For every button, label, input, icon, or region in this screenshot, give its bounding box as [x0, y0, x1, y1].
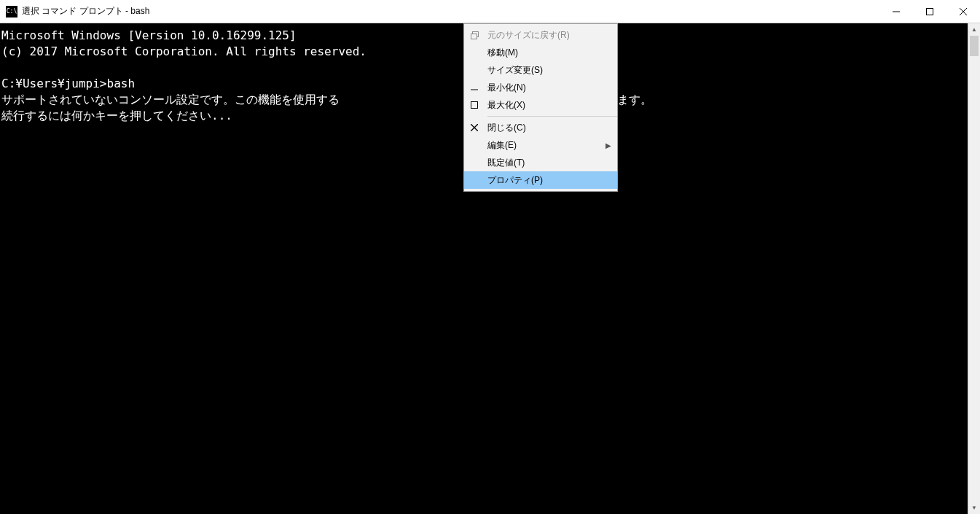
menu-edit[interactable]: 編集(E) ▶ — [464, 136, 617, 154]
vertical-scrollbar[interactable]: ▲ ▼ — [968, 23, 980, 514]
menu-separator — [487, 116, 617, 117]
menu-close[interactable]: 閉じる(C) — [464, 119, 617, 136]
close-icon — [470, 123, 479, 132]
scroll-track[interactable] — [968, 36, 980, 502]
menu-move[interactable]: 移動(M) — [464, 44, 617, 61]
minimize-button[interactable] — [879, 0, 913, 23]
menu-label: サイズ変更(S) — [487, 64, 543, 77]
menu-size[interactable]: サイズ変更(S) — [464, 61, 617, 79]
system-menu: 元のサイズに戻す(R) 移動(M) サイズ変更(S) 最小化(N) 最大化(X)… — [463, 23, 618, 192]
menu-label: 最小化(N) — [487, 82, 526, 94]
scroll-thumb[interactable] — [970, 36, 979, 56]
menu-label: 移動(M) — [487, 47, 518, 59]
menu-restore[interactable]: 元のサイズに戻す(R) — [464, 26, 617, 44]
maximize-icon — [926, 8, 933, 15]
menu-maximize[interactable]: 最大化(X) — [464, 96, 617, 114]
window-controls — [879, 0, 980, 23]
scroll-up-button[interactable]: ▲ — [968, 23, 980, 36]
app-icon[interactable]: C:\ — [6, 6, 17, 17]
restore-icon — [470, 31, 479, 39]
close-button[interactable] — [946, 0, 980, 23]
submenu-arrow-icon: ▶ — [605, 141, 611, 149]
svg-rect-1 — [927, 8, 933, 15]
menu-label: プロパティ(P) — [487, 174, 543, 187]
minimize-icon — [893, 8, 900, 15]
menu-label: 閉じる(C) — [487, 122, 526, 134]
titlebar: C:\ 選択 コマンド プロンプト - bash — [0, 0, 980, 23]
menu-minimize[interactable]: 最小化(N) — [464, 79, 617, 96]
maximize-icon — [470, 101, 479, 109]
maximize-button[interactable] — [913, 0, 946, 23]
menu-defaults[interactable]: 既定値(T) — [464, 154, 617, 171]
menu-label: 編集(E) — [487, 139, 517, 152]
menu-label: 最大化(X) — [487, 99, 525, 112]
close-icon — [960, 8, 967, 15]
window-title: 選択 コマンド プロンプト - bash — [22, 5, 149, 17]
menu-label: 既定値(T) — [487, 157, 525, 169]
svg-rect-5 — [471, 34, 477, 39]
scroll-down-button[interactable]: ▼ — [968, 502, 980, 514]
minimize-icon — [470, 83, 479, 92]
svg-rect-7 — [471, 102, 478, 109]
menu-label: 元のサイズに戻す(R) — [487, 29, 570, 42]
menu-properties[interactable]: プロパティ(P) — [464, 171, 617, 189]
